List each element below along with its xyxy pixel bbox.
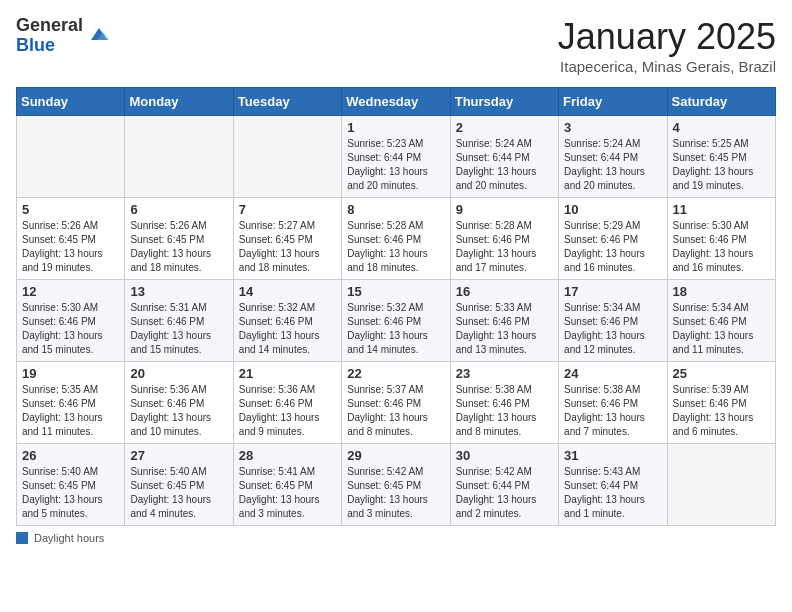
calendar-cell: 23Sunrise: 5:38 AMSunset: 6:46 PMDayligh… <box>450 362 558 444</box>
day-number: 7 <box>239 202 336 217</box>
calendar-cell: 1Sunrise: 5:23 AMSunset: 6:44 PMDaylight… <box>342 116 450 198</box>
calendar-cell: 11Sunrise: 5:30 AMSunset: 6:46 PMDayligh… <box>667 198 775 280</box>
day-info: Sunrise: 5:31 AMSunset: 6:46 PMDaylight:… <box>130 301 227 357</box>
day-number: 2 <box>456 120 553 135</box>
header: General Blue January 2025 Itapecerica, M… <box>16 16 776 75</box>
day-info: Sunrise: 5:35 AMSunset: 6:46 PMDaylight:… <box>22 383 119 439</box>
day-number: 25 <box>673 366 770 381</box>
calendar-week-row: 26Sunrise: 5:40 AMSunset: 6:45 PMDayligh… <box>17 444 776 526</box>
day-info: Sunrise: 5:33 AMSunset: 6:46 PMDaylight:… <box>456 301 553 357</box>
calendar-cell: 20Sunrise: 5:36 AMSunset: 6:46 PMDayligh… <box>125 362 233 444</box>
logo-icon <box>87 22 111 46</box>
logo-general-text: General <box>16 16 83 36</box>
day-info: Sunrise: 5:23 AMSunset: 6:44 PMDaylight:… <box>347 137 444 193</box>
calendar-cell: 3Sunrise: 5:24 AMSunset: 6:44 PMDaylight… <box>559 116 667 198</box>
calendar-cell: 13Sunrise: 5:31 AMSunset: 6:46 PMDayligh… <box>125 280 233 362</box>
day-info: Sunrise: 5:28 AMSunset: 6:46 PMDaylight:… <box>456 219 553 275</box>
footer-note: Daylight hours <box>16 532 776 544</box>
day-number: 8 <box>347 202 444 217</box>
calendar-cell: 8Sunrise: 5:28 AMSunset: 6:46 PMDaylight… <box>342 198 450 280</box>
day-number: 26 <box>22 448 119 463</box>
calendar-cell: 21Sunrise: 5:36 AMSunset: 6:46 PMDayligh… <box>233 362 341 444</box>
day-number: 30 <box>456 448 553 463</box>
day-info: Sunrise: 5:32 AMSunset: 6:46 PMDaylight:… <box>347 301 444 357</box>
footer-note-text: Daylight hours <box>34 532 104 544</box>
footer-dot-icon <box>16 532 28 544</box>
day-info: Sunrise: 5:42 AMSunset: 6:44 PMDaylight:… <box>456 465 553 521</box>
calendar-table: SundayMondayTuesdayWednesdayThursdayFrid… <box>16 87 776 526</box>
weekday-header-monday: Monday <box>125 88 233 116</box>
calendar-cell: 30Sunrise: 5:42 AMSunset: 6:44 PMDayligh… <box>450 444 558 526</box>
day-info: Sunrise: 5:30 AMSunset: 6:46 PMDaylight:… <box>673 219 770 275</box>
calendar-cell: 31Sunrise: 5:43 AMSunset: 6:44 PMDayligh… <box>559 444 667 526</box>
day-info: Sunrise: 5:43 AMSunset: 6:44 PMDaylight:… <box>564 465 661 521</box>
day-info: Sunrise: 5:25 AMSunset: 6:45 PMDaylight:… <box>673 137 770 193</box>
day-info: Sunrise: 5:26 AMSunset: 6:45 PMDaylight:… <box>130 219 227 275</box>
calendar-cell <box>125 116 233 198</box>
calendar-cell: 29Sunrise: 5:42 AMSunset: 6:45 PMDayligh… <box>342 444 450 526</box>
day-number: 18 <box>673 284 770 299</box>
calendar-cell: 24Sunrise: 5:38 AMSunset: 6:46 PMDayligh… <box>559 362 667 444</box>
day-number: 9 <box>456 202 553 217</box>
day-info: Sunrise: 5:38 AMSunset: 6:46 PMDaylight:… <box>564 383 661 439</box>
day-info: Sunrise: 5:34 AMSunset: 6:46 PMDaylight:… <box>673 301 770 357</box>
day-number: 15 <box>347 284 444 299</box>
calendar-cell: 22Sunrise: 5:37 AMSunset: 6:46 PMDayligh… <box>342 362 450 444</box>
weekday-header-sunday: Sunday <box>17 88 125 116</box>
calendar-cell: 12Sunrise: 5:30 AMSunset: 6:46 PMDayligh… <box>17 280 125 362</box>
day-number: 17 <box>564 284 661 299</box>
day-info: Sunrise: 5:36 AMSunset: 6:46 PMDaylight:… <box>130 383 227 439</box>
calendar-week-row: 12Sunrise: 5:30 AMSunset: 6:46 PMDayligh… <box>17 280 776 362</box>
calendar-cell: 10Sunrise: 5:29 AMSunset: 6:46 PMDayligh… <box>559 198 667 280</box>
day-info: Sunrise: 5:29 AMSunset: 6:46 PMDaylight:… <box>564 219 661 275</box>
day-info: Sunrise: 5:26 AMSunset: 6:45 PMDaylight:… <box>22 219 119 275</box>
calendar-cell: 14Sunrise: 5:32 AMSunset: 6:46 PMDayligh… <box>233 280 341 362</box>
calendar-cell: 5Sunrise: 5:26 AMSunset: 6:45 PMDaylight… <box>17 198 125 280</box>
weekday-header-wednesday: Wednesday <box>342 88 450 116</box>
day-number: 11 <box>673 202 770 217</box>
calendar-week-row: 1Sunrise: 5:23 AMSunset: 6:44 PMDaylight… <box>17 116 776 198</box>
logo-blue-text: Blue <box>16 36 83 56</box>
calendar-cell <box>667 444 775 526</box>
day-info: Sunrise: 5:30 AMSunset: 6:46 PMDaylight:… <box>22 301 119 357</box>
logo: General Blue <box>16 16 111 56</box>
calendar-week-row: 19Sunrise: 5:35 AMSunset: 6:46 PMDayligh… <box>17 362 776 444</box>
day-number: 19 <box>22 366 119 381</box>
calendar-cell: 18Sunrise: 5:34 AMSunset: 6:46 PMDayligh… <box>667 280 775 362</box>
weekday-header-row: SundayMondayTuesdayWednesdayThursdayFrid… <box>17 88 776 116</box>
calendar-cell: 6Sunrise: 5:26 AMSunset: 6:45 PMDaylight… <box>125 198 233 280</box>
calendar-cell <box>233 116 341 198</box>
day-number: 24 <box>564 366 661 381</box>
day-info: Sunrise: 5:41 AMSunset: 6:45 PMDaylight:… <box>239 465 336 521</box>
month-title: January 2025 <box>558 16 776 58</box>
calendar-cell: 7Sunrise: 5:27 AMSunset: 6:45 PMDaylight… <box>233 198 341 280</box>
weekday-header-tuesday: Tuesday <box>233 88 341 116</box>
day-info: Sunrise: 5:24 AMSunset: 6:44 PMDaylight:… <box>456 137 553 193</box>
day-info: Sunrise: 5:37 AMSunset: 6:46 PMDaylight:… <box>347 383 444 439</box>
day-number: 27 <box>130 448 227 463</box>
day-number: 13 <box>130 284 227 299</box>
day-number: 14 <box>239 284 336 299</box>
calendar-cell: 27Sunrise: 5:40 AMSunset: 6:45 PMDayligh… <box>125 444 233 526</box>
calendar-cell: 15Sunrise: 5:32 AMSunset: 6:46 PMDayligh… <box>342 280 450 362</box>
calendar-cell: 26Sunrise: 5:40 AMSunset: 6:45 PMDayligh… <box>17 444 125 526</box>
day-number: 5 <box>22 202 119 217</box>
day-number: 29 <box>347 448 444 463</box>
day-info: Sunrise: 5:34 AMSunset: 6:46 PMDaylight:… <box>564 301 661 357</box>
day-number: 21 <box>239 366 336 381</box>
calendar-cell: 25Sunrise: 5:39 AMSunset: 6:46 PMDayligh… <box>667 362 775 444</box>
day-number: 1 <box>347 120 444 135</box>
calendar-cell <box>17 116 125 198</box>
title-area: January 2025 Itapecerica, Minas Gerais, … <box>558 16 776 75</box>
day-info: Sunrise: 5:32 AMSunset: 6:46 PMDaylight:… <box>239 301 336 357</box>
day-info: Sunrise: 5:28 AMSunset: 6:46 PMDaylight:… <box>347 219 444 275</box>
day-number: 23 <box>456 366 553 381</box>
day-number: 16 <box>456 284 553 299</box>
day-info: Sunrise: 5:39 AMSunset: 6:46 PMDaylight:… <box>673 383 770 439</box>
day-info: Sunrise: 5:40 AMSunset: 6:45 PMDaylight:… <box>130 465 227 521</box>
day-number: 22 <box>347 366 444 381</box>
day-info: Sunrise: 5:42 AMSunset: 6:45 PMDaylight:… <box>347 465 444 521</box>
weekday-header-friday: Friday <box>559 88 667 116</box>
day-info: Sunrise: 5:24 AMSunset: 6:44 PMDaylight:… <box>564 137 661 193</box>
calendar-cell: 9Sunrise: 5:28 AMSunset: 6:46 PMDaylight… <box>450 198 558 280</box>
